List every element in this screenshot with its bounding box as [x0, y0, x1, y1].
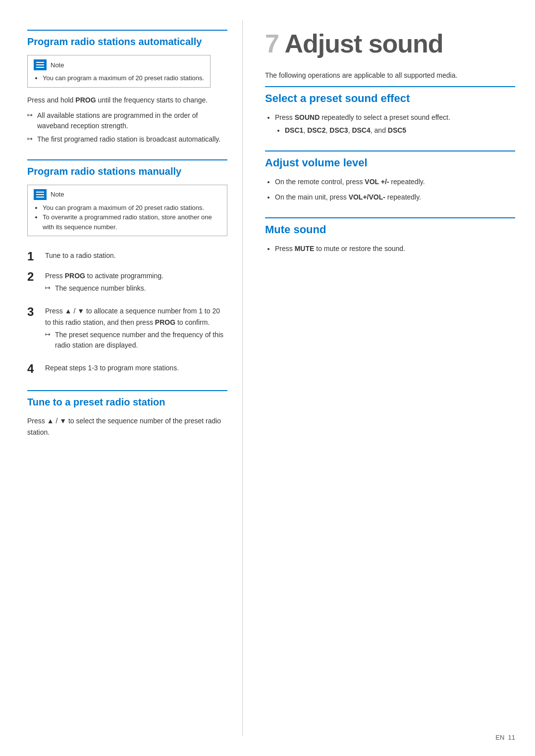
note-label: Note [51, 61, 64, 69]
manual-note-icon [34, 189, 47, 200]
adjust-volume-bullet-1: On the remote control, press VOL +/- rep… [275, 176, 515, 187]
adjust-volume-title: Adjust volume level [265, 151, 515, 169]
step-1-content: Tune to a radio station. [45, 250, 227, 261]
section-manual-program: Program radio stations manually Note [27, 159, 227, 375]
note-icon [34, 59, 47, 70]
chapter-num: 7 [265, 29, 284, 58]
manual-note-label: Note [51, 191, 64, 198]
step-3-num: 3 [27, 305, 41, 318]
select-preset-sub-1: DSC1, DSC2, DSC3, DSC4, and DSC5 [285, 125, 515, 136]
step-2: 2 Press PROG to activate programming. Th… [27, 270, 227, 299]
note-icon-line1 [36, 62, 44, 63]
left-column: Program radio stations automatically Not… [0, 20, 243, 736]
manual-program-note-box: Note You can program a maximum of 20 pre… [27, 185, 227, 237]
manual-note-header: Note [34, 189, 221, 200]
manual-note-icon-line3 [36, 197, 44, 198]
section-auto-program: Program radio stations automatically Not… [27, 30, 227, 145]
adjust-volume-bullets: On the remote control, press VOL +/- rep… [265, 176, 515, 202]
manual-steps: 1 Tune to a radio station. 2 Press PROG … [27, 250, 227, 375]
auto-program-body: Press and hold PROG until the frequency … [27, 95, 227, 105]
step-3-content: Press ▲ / ▼ to allocate a sequence numbe… [45, 305, 227, 355]
chapter-intro: The following operations are applicable … [265, 70, 515, 81]
right-column: 7 Adjust sound The following operations … [243, 20, 535, 736]
select-preset-title: Select a preset sound effect [265, 86, 515, 105]
section-adjust-volume: Adjust volume level On the remote contro… [265, 151, 515, 202]
step-3: 3 Press ▲ / ▼ to allocate a sequence num… [27, 305, 227, 355]
mute-sound-bullets: Press MUTE to mute or restore the sound. [265, 243, 515, 254]
step-4: 4 Repeat steps 1-3 to program more stati… [27, 362, 227, 375]
select-preset-bullets: Press SOUND repeatedly to select a prese… [265, 112, 515, 136]
auto-program-note-box: Note You can program a maximum of 20 pre… [27, 55, 211, 88]
step-1: 1 Tune to a radio station. [27, 250, 227, 263]
step-3-arrows: The preset sequence number and the frequ… [45, 330, 227, 351]
manual-note-item-1: You can program a maximum of 20 preset r… [43, 203, 221, 213]
footer: EN 11 [495, 734, 515, 741]
auto-program-title: Program radio stations automatically [27, 30, 227, 48]
step-2-num: 2 [27, 270, 41, 283]
section-tune-preset: Tune to a preset radio station Press ▲ /… [27, 390, 227, 438]
manual-note-icon-lines [36, 192, 44, 198]
step-2-arrows: The sequence number blinks. [45, 283, 227, 294]
manual-note-icon-line1 [36, 192, 44, 193]
note-icon-line2 [36, 64, 44, 65]
manual-program-title: Program radio stations manually [27, 159, 227, 178]
auto-arrow-item-2: The first programed radio station is bro… [27, 134, 227, 145]
section-mute-sound: Mute sound Press MUTE to mute or restore… [265, 217, 515, 254]
step-2-content: Press PROG to activate programming. The … [45, 270, 227, 299]
footer-lang: EN [495, 734, 504, 741]
step-4-num: 4 [27, 362, 41, 375]
step-1-num: 1 [27, 250, 41, 263]
auto-note-list: You can program a maximum of 20 preset r… [34, 73, 204, 83]
step-4-content: Repeat steps 1-3 to program more station… [45, 362, 227, 373]
step-3-arrow: The preset sequence number and the frequ… [45, 330, 227, 351]
auto-note-item-1: You can program a maximum of 20 preset r… [43, 73, 204, 83]
adjust-volume-bullet-2: On the main unit, press VOL+/VOL- repeat… [275, 192, 515, 202]
select-preset-sub-bullets: DSC1, DSC2, DSC3, DSC4, and DSC5 [275, 125, 515, 136]
chapter-title-text: Adjust sound [284, 29, 443, 58]
section-select-preset: Select a preset sound effect Press SOUND… [265, 86, 515, 136]
mute-sound-title: Mute sound [265, 217, 515, 236]
manual-note-item-2: To overwrite a programmed radio station,… [43, 212, 221, 232]
tune-preset-title: Tune to a preset radio station [27, 390, 227, 408]
auto-arrow-list: All available stations are programmed in… [27, 110, 227, 145]
select-preset-bullet-1: Press SOUND repeatedly to select a prese… [275, 112, 515, 136]
tune-preset-body: Press ▲ / ▼ to select the sequence numbe… [27, 415, 227, 438]
manual-note-icon-line2 [36, 194, 44, 195]
footer-page-num: 11 [508, 734, 515, 741]
chapter-title-large: 7 Adjust sound [265, 30, 515, 58]
manual-note-list: You can program a maximum of 20 preset r… [34, 203, 221, 232]
auto-arrow-item-1: All available stations are programmed in… [27, 110, 227, 131]
step-2-arrow: The sequence number blinks. [45, 283, 227, 294]
note-header: Note [34, 59, 204, 70]
mute-sound-bullet-1: Press MUTE to mute or restore the sound. [275, 243, 515, 254]
note-icon-line3 [36, 67, 44, 68]
note-icon-lines [36, 62, 44, 68]
